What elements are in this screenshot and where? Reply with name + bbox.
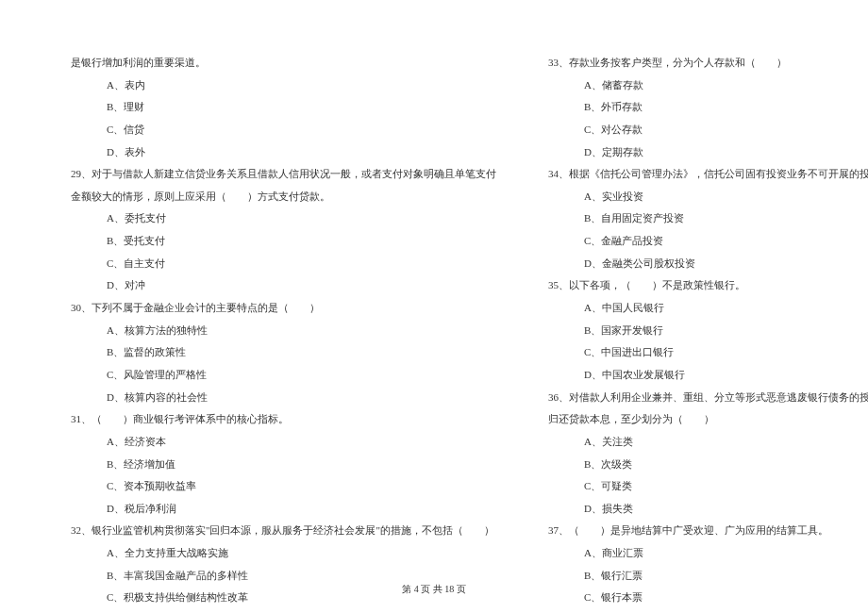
- option: C、中国进出口银行: [548, 341, 868, 364]
- option: B、受托支付: [71, 230, 496, 253]
- option: A、核算方法的独特性: [71, 320, 496, 342]
- option: B、理财: [71, 96, 496, 119]
- option: C、自主支付: [71, 253, 496, 275]
- page-footer: 第 4 页 共 18 页: [0, 583, 868, 596]
- left-column: 是银行增加利润的重要渠道。 A、表内 B、理财 C、信贷 D、表外 29、对于与…: [71, 52, 496, 613]
- option: A、表内: [71, 75, 496, 97]
- option: D、定期存款: [548, 141, 868, 164]
- option: B、次级类: [548, 454, 868, 476]
- question-35: 35、以下各项，（ ）不是政策性银行。: [548, 274, 868, 297]
- option: A、经济资本: [71, 431, 496, 454]
- option: B、外币存款: [548, 96, 868, 119]
- option: C、对公存款: [548, 119, 868, 141]
- option: D、对冲: [71, 274, 496, 297]
- option: D、税后净利润: [71, 498, 496, 521]
- option: A、储蓄存款: [548, 75, 868, 97]
- option: A、中国人民银行: [548, 297, 868, 320]
- option: A、委托支付: [71, 207, 496, 230]
- option: D、核算内容的社会性: [71, 387, 496, 409]
- question-36-line1: 36、对借款人利用企业兼并、重组、分立等形式恶意逃废银行债务的授信余额，如没有逾…: [548, 387, 868, 409]
- option: C、金融产品投资: [548, 230, 868, 253]
- option: B、经济增加值: [71, 454, 496, 476]
- intro-line: 是银行增加利润的重要渠道。: [71, 52, 496, 75]
- option: D、损失类: [548, 498, 868, 521]
- option: D、金融类公司股权投资: [548, 253, 868, 275]
- question-36-line2: 归还贷款本息，至少划分为（ ）: [548, 408, 868, 431]
- option: D、支票: [548, 609, 868, 613]
- question-29-line2: 金额较大的情形，原则上应采用（ ）方式支付贷款。: [71, 186, 496, 208]
- right-column: 33、存款业务按客户类型，分为个人存款和（ ） A、储蓄存款 B、外币存款 C、…: [548, 52, 868, 613]
- option: B、自用固定资产投资: [548, 207, 868, 230]
- question-30: 30、下列不属于金融企业会计的主要特点的是（ ）: [71, 297, 496, 320]
- option: D、大力推进普惠金融发展: [71, 609, 496, 613]
- option: A、商业汇票: [548, 542, 868, 565]
- question-31: 31、（ ）商业银行考评体系中的核心指标。: [71, 408, 496, 431]
- question-33: 33、存款业务按客户类型，分为个人存款和（ ）: [548, 52, 868, 75]
- option: C、信贷: [71, 119, 496, 141]
- question-34: 34、根据《信托公司管理办法》，信托公司固有投资业务不可开展的投资类型是（ ）: [548, 163, 868, 186]
- option: A、实业投资: [548, 186, 868, 208]
- option: B、监督的政策性: [71, 341, 496, 364]
- option: C、风险管理的严格性: [71, 364, 496, 387]
- option: B、国家开发银行: [548, 320, 868, 342]
- document-content: 是银行增加利润的重要渠道。 A、表内 B、理财 C、信贷 D、表外 29、对于与…: [71, 52, 797, 613]
- option: A、全力支持重大战略实施: [71, 542, 496, 565]
- question-37: 37、（ ）是异地结算中广受欢迎、广为应用的结算工具。: [548, 520, 868, 542]
- option: D、表外: [71, 141, 496, 164]
- option: A、关注类: [548, 431, 868, 454]
- option: D、中国农业发展银行: [548, 364, 868, 387]
- option: C、可疑类: [548, 475, 868, 498]
- option: C、资本预期收益率: [71, 475, 496, 498]
- question-32: 32、银行业监管机构贯彻落实"回归本源，服从服务于经济社会发展"的措施，不包括（…: [71, 520, 496, 542]
- question-29-line1: 29、对于与借款人新建立信贷业务关系且借款人信用状况一般，或者支付对象明确且单笔…: [71, 163, 496, 186]
